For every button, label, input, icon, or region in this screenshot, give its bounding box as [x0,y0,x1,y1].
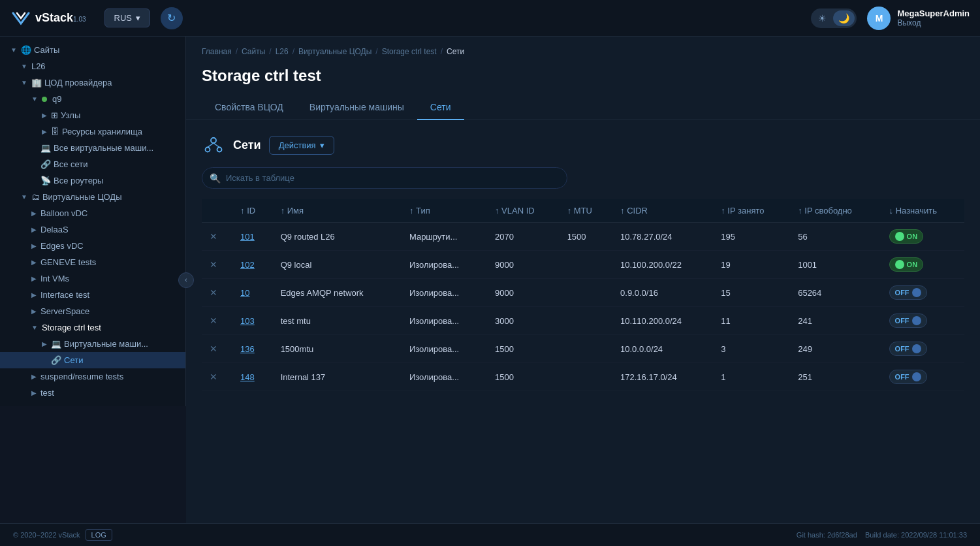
sidebar-item-vms-sub[interactable]: ▶ 💻 Виртуальные маши... [0,336,185,352]
row-id[interactable]: 102 [240,260,255,270]
toggle-label: OFF [895,317,909,325]
row-id[interactable]: 101 [240,232,255,242]
sidebar-item-test[interactable]: ▶ test [0,385,185,401]
sidebar-item-geneve[interactable]: ▶ GENEVE tests [0,254,185,270]
breadcrumb-current: Сети [447,47,464,56]
nodes-icon: ⊞ [51,110,58,120]
toggle-on[interactable]: ON [889,229,924,244]
sidebar-item-virtual-dcs[interactable]: ▼ 🗂 Виртуальные ЦОДы [0,189,185,205]
logout-link[interactable]: Выход [897,18,970,27]
col-mtu[interactable]: ↑ MTU [560,199,612,223]
toggle-off[interactable]: OFF [889,285,927,300]
sidebar-item-balloon-vdc[interactable]: ▶ Balloon vDC [0,205,185,221]
footer-build-date: Build date: 2022/09/28 11:01:33 [865,531,967,539]
chevron-right-icon: ▶ [31,291,37,298]
row-vlan-id: 9000 [487,251,560,279]
actions-button[interactable]: Действия ▾ [269,136,334,155]
sidebar-item-suspend-resume[interactable]: ▶ suspend/resume tests [0,368,185,385]
chevron-right-icon: ▶ [31,373,37,380]
row-remove-button[interactable]: ✕ [210,315,217,326]
search-input[interactable] [202,167,567,189]
toggle-knob [895,260,904,269]
moon-icon: 🌙 [838,13,849,24]
breadcrumb-l26[interactable]: L26 [276,47,289,56]
row-remove-button[interactable]: ✕ [210,231,217,242]
sidebar-item-interface-test[interactable]: ▶ Interface test [0,287,185,303]
toggle-knob [912,288,921,297]
row-remove-button[interactable]: ✕ [210,259,217,270]
table-row: ✕ 136 1500mtu Изолирова... 1500 10.0.0.0… [202,335,964,363]
col-vlan-id[interactable]: ↑ VLAN ID [487,199,560,223]
network-icon2: 🔗 [51,355,61,365]
sidebar-item-provider-dc[interactable]: ▼ 🏢 ЦОД провайдера [0,74,185,91]
sidebar-item-l26[interactable]: ▼ L26 [0,58,185,74]
sidebar-item-edges-vdc[interactable]: ▶ Edges vDC [0,238,185,254]
sidebar-item-storage-ctrl-test[interactable]: ▼ Storage ctrl test [0,319,185,336]
sidebar-item-storage[interactable]: ▶ 🗄 Ресурсы хранилища [0,123,185,140]
row-id[interactable]: 10 [240,288,249,298]
theme-dark-button[interactable]: 🌙 [833,10,855,26]
breadcrumb-home[interactable]: Главная [202,47,232,56]
language-selector[interactable]: RUS ▾ [104,8,150,27]
sidebar-collapse-button[interactable]: ‹ [178,272,194,288]
chevron-down-icon: ▾ [320,140,324,150]
row-ip-used: 19 [713,251,790,279]
tab-properties[interactable]: Свойства ВЦОД [202,95,296,120]
row-cidr: 10.110.200.0/24 [612,307,713,335]
tab-vms[interactable]: Виртуальные машины [296,95,417,120]
row-id[interactable]: 103 [240,316,255,326]
chevron-down-icon: ▼ [31,324,38,331]
col-type[interactable]: ↑ Тип [402,199,487,223]
toggle-off[interactable]: OFF [889,313,927,328]
row-remove-button[interactable]: ✕ [210,372,217,382]
tab-networks[interactable]: Сети [417,95,464,120]
col-assign[interactable]: ↓ Назначить [881,199,964,223]
sidebar-item-all-networks[interactable]: ▶ 🔗 Все сети [0,156,185,172]
footer-git-hash: Git hash: 2d6f28ad [797,531,857,539]
row-remove-button[interactable]: ✕ [210,344,217,354]
row-type: Изолирова... [402,363,487,391]
toggle-off[interactable]: OFF [889,370,927,384]
toggle-knob [895,232,904,241]
breadcrumb-sites[interactable]: Сайты [242,47,265,56]
col-name[interactable]: ↑ Имя [273,199,402,223]
sidebar-item-all-routers[interactable]: ▶ 📡 Все роутеры [0,172,185,189]
col-ip-free[interactable]: ↑ IP свободно [790,199,881,223]
toggle-off[interactable]: OFF [889,342,927,356]
sidebar-item-networks-selected[interactable]: ▶ 🔗 Сети [0,352,185,368]
sidebar-item-delaas[interactable]: ▶ DelaaS [0,221,185,238]
sidebar-item-nodes[interactable]: ▶ ⊞ Узлы [0,107,185,123]
row-cidr: 0.9.0.0/16 [612,279,713,307]
row-vlan-id: 2070 [487,223,560,251]
row-mtu [560,307,612,335]
row-id[interactable]: 148 [240,372,255,382]
sidebar-label-storage: Ресурсы хранилища [62,127,142,136]
col-ip-used[interactable]: ↑ IP занято [713,199,790,223]
col-cidr[interactable]: ↑ CIDR [612,199,713,223]
logo-version: 1.03 [73,16,86,23]
breadcrumb-sep-2: / [269,47,271,56]
theme-light-button[interactable]: ☀ [813,10,832,26]
svg-line-3 [208,143,213,148]
toggle-on[interactable]: ON [889,257,924,272]
sidebar-item-all-vms[interactable]: ▶ 💻 Все виртуальные маши... [0,140,185,156]
sidebar-item-serverspace[interactable]: ▶ ServerSpace [0,303,185,319]
refresh-button[interactable]: ↻ [161,7,183,29]
breadcrumb-storage-ctrl-test[interactable]: Storage ctrl test [382,47,437,56]
row-remove-button[interactable]: ✕ [210,287,217,298]
breadcrumb: Главная / Сайты / L26 / Виртуальные ЦОДы… [186,37,980,61]
sidebar-label-l26: L26 [31,61,46,71]
sidebar-item-q9[interactable]: ▼ q9 [0,91,185,107]
user-info: MegaSuperAdmin Выход [897,8,970,27]
sidebar-item-sites[interactable]: ▼ 🌐 Сайты [0,42,185,58]
row-mtu: 1500 [560,223,612,251]
sidebar-label-nodes: Узлы [61,110,80,120]
section-header: Сети Действия ▾ [186,120,980,165]
sidebar-item-int-vms[interactable]: ▶ Int VMs [0,270,185,287]
log-button[interactable]: LOG [86,529,112,541]
col-id[interactable]: ↑ ID [232,199,273,223]
sidebar-label-vms-sub: Виртуальные маши... [64,339,148,349]
row-type: Изолирова... [402,251,487,279]
breadcrumb-virtual-dcs[interactable]: Виртуальные ЦОДы [298,47,371,56]
row-id[interactable]: 136 [240,344,255,354]
